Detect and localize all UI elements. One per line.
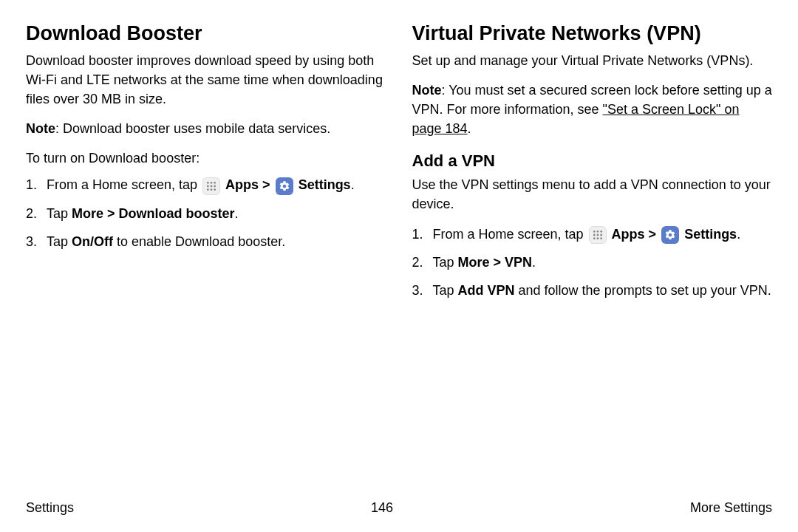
- step-suffix: .: [351, 177, 355, 192]
- download-booster-note: Note: Download booster uses mobile data …: [26, 119, 386, 138]
- list-item: Tap More > VPN.: [412, 253, 773, 272]
- left-column: Download Booster Download booster improv…: [26, 22, 386, 309]
- settings-label: Settings: [684, 227, 737, 242]
- svg-point-8: [214, 188, 216, 191]
- note-suffix: .: [468, 121, 471, 136]
- heading-download-booster: Download Booster: [26, 22, 386, 45]
- svg-point-4: [211, 185, 213, 187]
- step-text: Tap: [47, 206, 72, 221]
- page-footer: Settings 146 More Settings: [26, 500, 772, 516]
- add-vpn-steps: From a Home screen, tap Apps > Settings.…: [412, 225, 773, 300]
- step-text: From a Home screen, tap: [47, 177, 201, 192]
- footer-left: Settings: [26, 500, 74, 516]
- step-suffix: to enable Download booster.: [113, 234, 285, 249]
- svg-point-6: [207, 188, 209, 191]
- svg-point-12: [593, 233, 596, 236]
- svg-point-11: [600, 231, 602, 233]
- list-item: Tap Add VPN and follow the prompts to se…: [412, 281, 773, 300]
- settings-icon: [276, 177, 293, 195]
- svg-point-17: [600, 237, 602, 239]
- vpn-intro: Set up and manage your Virtual Private N…: [412, 51, 773, 70]
- subheading-add-vpn: Add a VPN: [412, 151, 773, 171]
- heading-vpn: Virtual Private Networks (VPN): [412, 22, 773, 45]
- step-text: From a Home screen, tap: [433, 227, 587, 242]
- step-bold: More > Download booster: [72, 206, 235, 221]
- note-label: Note: [412, 83, 442, 98]
- download-booster-intro: Download booster improves download speed…: [26, 51, 386, 109]
- step-suffix: .: [532, 255, 536, 270]
- settings-icon: [661, 226, 679, 244]
- list-item: Tap More > Download booster.: [26, 204, 386, 223]
- list-item: From a Home screen, tap Apps > Settings.: [412, 225, 773, 244]
- right-column: Virtual Private Networks (VPN) Set up an…: [412, 22, 773, 309]
- step-sep: >: [645, 227, 661, 242]
- footer-right: More Settings: [690, 500, 772, 516]
- step-suffix: .: [737, 227, 740, 242]
- note-label: Note: [26, 121, 55, 136]
- vpn-note: Note: You must set a secured screen lock…: [412, 81, 773, 138]
- svg-point-1: [211, 182, 213, 184]
- step-text: Tap: [47, 234, 72, 249]
- svg-point-14: [600, 233, 602, 236]
- add-vpn-intro: Use the VPN settings menu to add a VPN c…: [412, 175, 773, 214]
- svg-point-5: [214, 185, 216, 187]
- settings-label: Settings: [299, 177, 351, 192]
- svg-point-7: [211, 188, 213, 191]
- step-sep: >: [259, 177, 274, 192]
- list-item: From a Home screen, tap Apps > Settings.: [26, 175, 386, 194]
- step-text: Tap: [433, 283, 458, 298]
- svg-point-15: [593, 237, 596, 239]
- step-bold: On/Off: [72, 234, 113, 249]
- apps-label: Apps: [225, 177, 259, 192]
- step-text: Tap: [433, 255, 458, 270]
- apps-icon: [202, 177, 220, 195]
- download-booster-lead: To turn on Download booster:: [26, 149, 386, 168]
- svg-point-16: [596, 237, 598, 239]
- svg-point-10: [596, 231, 598, 233]
- svg-point-13: [596, 233, 598, 236]
- step-suffix: .: [235, 206, 239, 221]
- apps-icon: [589, 226, 607, 244]
- step-bold: More > VPN: [458, 255, 533, 270]
- list-item: Tap On/Off to enable Download booster.: [26, 232, 386, 251]
- note-text: : Download booster uses mobile data serv…: [55, 121, 330, 136]
- step-bold: Add VPN: [458, 283, 515, 298]
- apps-label: Apps: [612, 227, 645, 242]
- step-suffix: and follow the prompts to set up your VP…: [515, 283, 771, 298]
- download-booster-steps: From a Home screen, tap Apps > Settings.…: [26, 175, 386, 250]
- footer-page-number: 146: [371, 500, 393, 516]
- svg-point-9: [593, 231, 596, 233]
- svg-point-0: [207, 182, 209, 184]
- svg-point-3: [207, 185, 209, 187]
- svg-point-2: [214, 182, 216, 184]
